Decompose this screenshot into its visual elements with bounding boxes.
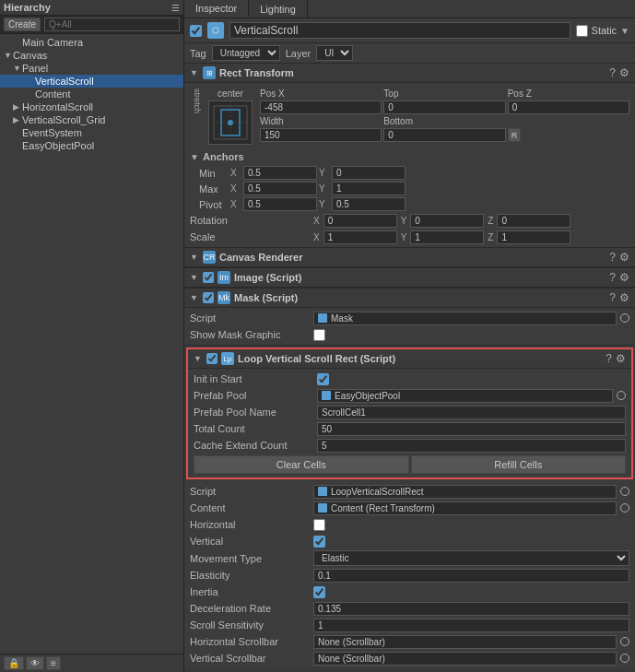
image-enabled-checkbox[interactable] (203, 272, 214, 283)
hierarchy-item-eventsystem[interactable]: EventSystem (0, 126, 183, 139)
pivot-y[interactable] (332, 197, 406, 211)
pool-obj-picker[interactable] (617, 391, 626, 400)
horiz-scrollbar-row: Horizontal Scrollbar None (Scrollbar) (184, 633, 635, 650)
reset-button[interactable]: R (508, 128, 522, 142)
show-mask-row: Show Mask Graphic (184, 326, 635, 343)
total-count-input[interactable] (317, 422, 626, 436)
loop-script-picker[interactable] (620, 487, 629, 496)
go-active-checkbox[interactable] (190, 25, 202, 37)
eye-button[interactable]: 👁 (26, 656, 44, 670)
clear-cells-button[interactable]: Clear Cells (194, 455, 409, 474)
rect-settings-icon[interactable]: ⚙ (619, 66, 629, 79)
rot-y[interactable] (410, 214, 484, 228)
loop-settings-icon[interactable]: ⚙ (616, 352, 626, 365)
loop-script-section: ▼ Lp Loop Vertical Scroll Rect (Script) … (186, 348, 633, 479)
anchors-arrow[interactable]: ▼ (190, 152, 199, 162)
pivot-x[interactable] (243, 197, 317, 211)
total-count-row: Total Count (188, 420, 631, 437)
rect-transform-props: stretch center (184, 83, 635, 247)
bottom-input[interactable] (383, 128, 505, 142)
hierarchy-item-easyobjectpool[interactable]: EasyObjectPool (0, 139, 183, 152)
layer-select[interactable]: UI (316, 45, 353, 61)
content-value: Content (Rect Transform) (313, 501, 629, 515)
scroll-sens-input[interactable] (313, 619, 629, 632)
stretch-label: stretch (193, 88, 202, 113)
posx-input[interactable] (260, 100, 382, 114)
scale-z[interactable] (497, 230, 570, 244)
mask-obj-picker[interactable] (620, 313, 629, 323)
init-checkbox[interactable] (317, 373, 329, 385)
img-help-icon[interactable]: ? (609, 271, 616, 284)
image-script-section: ▼ Im Image (Script) ? ⚙ (184, 268, 635, 289)
cr-settings-icon[interactable]: ⚙ (619, 251, 629, 264)
static-dropdown-arrow[interactable]: ▼ (620, 26, 629, 36)
mask-script-header[interactable]: ▼ Mk Mask (Script) ? ⚙ (184, 289, 635, 308)
loop-script-extra: Script LoopVerticalScrollRect Content (184, 481, 635, 672)
movement-type-row: Movement Type Elastic (184, 549, 635, 567)
width-input[interactable] (260, 128, 382, 142)
refill-cells-button[interactable]: Refill Cells (411, 455, 627, 474)
elasticity-input[interactable] (313, 569, 629, 583)
loop-enabled-checkbox[interactable] (206, 353, 218, 364)
anchor-max-x[interactable] (243, 182, 317, 195)
rot-z[interactable] (497, 214, 570, 228)
horiz-scrollbar-picker[interactable] (620, 637, 629, 646)
cache-count-input[interactable] (317, 439, 626, 453)
go-name-input[interactable] (229, 22, 570, 39)
list-button[interactable]: ≡ (46, 656, 61, 670)
horizontal-checkbox[interactable] (313, 519, 325, 531)
horizontal-row: Horizontal (184, 516, 635, 533)
mask-settings-icon[interactable]: ⚙ (619, 291, 629, 304)
rect-help-icon[interactable]: ? (609, 66, 616, 79)
hierarchy-item-horizontalscroll[interactable]: ▶ HorizontalScroll (0, 100, 183, 113)
anchor-min-x[interactable] (243, 166, 317, 180)
rect-arrow-icon: ▼ (190, 68, 199, 77)
hierarchy-item-main-camera[interactable]: Main Camera (0, 36, 183, 49)
movement-type-select[interactable]: Elastic (313, 550, 629, 566)
image-icon: Im (218, 271, 230, 284)
top-input[interactable] (383, 100, 505, 114)
create-button[interactable]: Create (4, 18, 41, 31)
rot-x[interactable] (323, 214, 397, 228)
tag-select[interactable]: Untagged (212, 45, 280, 61)
rotation-row: Rotation X Y Z (184, 212, 635, 229)
anchor-min-y[interactable] (332, 166, 406, 180)
hierarchy-item-panel[interactable]: ▼ Panel (0, 62, 183, 75)
static-checkbox[interactable] (576, 25, 588, 37)
lock-button[interactable]: 🔒 (4, 656, 24, 670)
content-picker[interactable] (620, 503, 629, 513)
mask-script-field: Mask (313, 312, 617, 325)
mask-obj-icon (318, 313, 327, 323)
scale-x[interactable] (323, 230, 397, 244)
pool-name-input[interactable] (317, 406, 626, 419)
eop-arrow (13, 141, 22, 150)
hierarchy-item-canvas[interactable]: ▼ Canvas (0, 49, 183, 62)
canvas-renderer-header[interactable]: ▼ CR Canvas Renderer ? ⚙ (184, 248, 635, 267)
mask-help-icon[interactable]: ? (609, 291, 616, 304)
hierarchy-menu-icon[interactable]: ☰ (171, 3, 180, 13)
hierarchy-tree: Main Camera ▼ Canvas ▼ Panel VerticalScr… (0, 34, 183, 654)
scale-y[interactable] (410, 230, 484, 244)
anchors-header-row: ▼ Anchors (184, 148, 635, 165)
mask-enabled-checkbox[interactable] (203, 292, 214, 303)
show-mask-checkbox[interactable] (313, 329, 325, 341)
hierarchy-item-verticalscroll-grid[interactable]: ▶ VerticalScroll_Grid (0, 113, 183, 126)
hierarchy-item-content[interactable]: Content (0, 88, 183, 100)
tab-lighting[interactable]: Lighting (249, 0, 308, 18)
vsg-arrow: ▶ (13, 115, 22, 124)
posz-input[interactable] (508, 100, 629, 114)
vert-scrollbar-picker[interactable] (620, 654, 629, 663)
inertia-checkbox[interactable] (313, 586, 325, 598)
hierarchy-item-verticalscroll[interactable]: VerticalScroll (0, 75, 183, 88)
decel-rate-input[interactable] (313, 602, 629, 616)
hierarchy-search-input[interactable] (44, 18, 180, 31)
loop-script-header[interactable]: ▼ Lp Loop Vertical Scroll Rect (Script) … (188, 349, 631, 369)
loop-help-icon[interactable]: ? (606, 352, 612, 365)
vertical-checkbox[interactable] (313, 536, 325, 548)
rect-transform-header[interactable]: ▼ ⊞ Rect Transform ? ⚙ (184, 64, 635, 83)
anchor-max-y[interactable] (332, 182, 406, 195)
image-script-header[interactable]: ▼ Im Image (Script) ? ⚙ (184, 268, 635, 288)
cr-help-icon[interactable]: ? (609, 251, 616, 264)
tab-inspector[interactable]: Inspector (184, 0, 249, 18)
img-settings-icon[interactable]: ⚙ (619, 271, 629, 284)
